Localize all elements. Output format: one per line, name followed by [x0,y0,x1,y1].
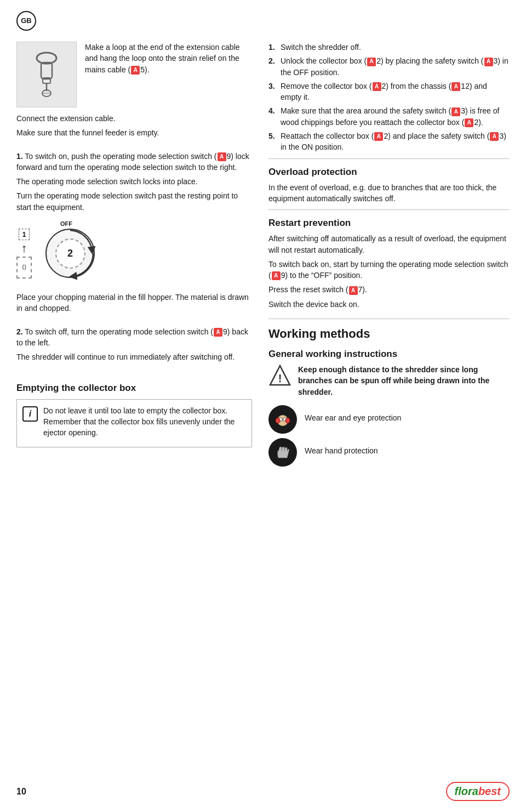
step5-num: 5. [268,130,277,153]
turn-text: Turn the operating mode selection switch… [16,190,252,213]
restart-text6: Switch the device back on. [268,299,510,310]
step2-num: 2. [268,55,277,78]
ppe2-row: Wear hand protection [268,438,510,467]
emptying-heading: Emptying the collector box [16,383,252,394]
switch-diagram: ⟨⟩ [16,257,32,279]
svg-text:!: ! [278,372,282,384]
connect-line1: Connect the extension cable. [16,113,252,124]
restart-text4: Press the reset switch (A7). [268,284,510,295]
step5-text: Reattach the collector box (A2) and plac… [281,130,510,153]
warning-text: Keep enough distance to the shredder sin… [298,364,510,398]
dial-container: OFF 2 [37,220,103,286]
restart-text1: After switching off automatically as a r… [268,233,510,255]
general-heading: General working instructions [268,349,510,360]
svg-point-13 [276,418,280,423]
left-column: Make a loop at the end of the extension … [16,42,252,471]
ppe1-row: Wear ear and eye protection [268,405,510,434]
cable-image [16,42,77,107]
overload-heading: Overload protection [268,167,510,178]
info-text: Do not leave it until too late to empty … [43,405,246,439]
step4-num: 4. [268,105,277,128]
arrow-number: 1 [19,229,29,240]
step3-num: 3. [268,81,277,103]
ppe1-text: Wear ear and eye protection [305,412,401,423]
overload-text: In the event of overload, e.g. due to br… [268,182,510,205]
step-4: 4. Make sure that the area around the sa… [268,105,510,128]
working-methods-heading: Working methods [268,327,510,341]
warning-box: ! Keep enough distance to the shredder s… [268,364,510,401]
gb-badge: GB [16,11,36,31]
logo-best-text: best [478,785,501,798]
step-2: 2. Unlock the collector box (A2) by plac… [268,55,510,78]
warning-icon: ! [268,364,291,387]
info-box: i Do not leave it until too late to empt… [16,399,252,448]
ear-eye-protection-icon [268,405,297,434]
switch-on-intro: 1. To switch on, push the operating mode… [16,151,252,173]
logo-flora-text: flora [455,785,478,798]
lock-text: The operating mode selection switch lock… [16,176,252,187]
right-column: 1. Switch the shredder off. 2. Unlock th… [268,42,510,471]
switch-off-line2: The shredder will continue to run immedi… [16,351,252,362]
step3-text: Remove the collector box (A2) from the c… [281,81,510,103]
hand-protection-icon [268,438,297,467]
switch-off-intro: 2. To switch off, turn the operating mod… [16,326,252,349]
bottom-bar: 10 florabest [16,782,510,801]
svg-point-14 [285,418,290,423]
page-number: 10 [16,787,26,797]
step2-text: Unlock the collector box (A2) by placing… [281,55,510,78]
steps-list: 1. Switch the shredder off. 2. Unlock th… [268,42,510,153]
svg-rect-1 [41,63,52,79]
connect-line2: Make sure that the funnel feeder is empt… [16,127,252,138]
info-icon: i [22,406,38,422]
step4-text: Make sure that the area around the safet… [281,105,510,128]
restart-text2: To switch back on, start by turning the … [268,259,510,281]
florabest-logo: florabest [446,782,510,801]
intro-section: Make a loop at the end of the extension … [16,42,252,113]
place-text: Place your chopping material in the fill… [16,292,252,314]
restart-heading: Restart prevention [268,218,510,229]
arrow-up-icon: ↑ [21,242,27,254]
operating-diagram: 1 ↑ ⟨⟩ OFF 2 [16,220,252,286]
step-1: 1. Switch the shredder off. [268,42,510,53]
step-3: 3. Remove the collector box (A2) from th… [268,81,510,103]
ppe2-text: Wear hand protection [305,445,378,456]
step-5: 5. Reattach the collector box (A2) and p… [268,130,510,153]
arrow-left: 1 ↑ ⟨⟩ [16,229,32,279]
step1-text: Switch the shredder off. [281,42,361,53]
step1-num: 1. [268,42,277,53]
